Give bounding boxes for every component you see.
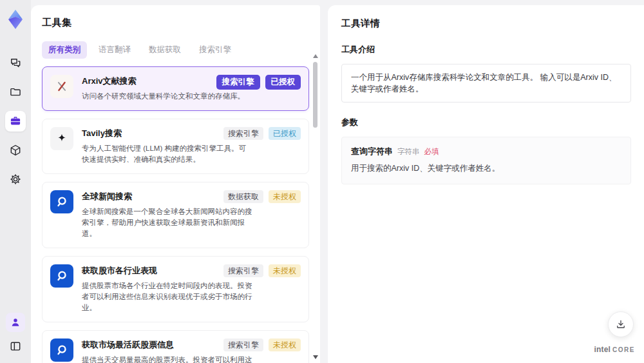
rail-nav xyxy=(5,53,26,190)
tool-card[interactable]: 获取市场最活跃股票信息 提供当天交易量最高的股票列表。投资者可以利用这些信息来识… xyxy=(42,330,309,363)
tab-category-1[interactable]: 语言翻译 xyxy=(92,41,137,59)
intro-text: 一个用于从Arxiv存储库搜索科学论文和文章的工具。 输入可以是Arxiv ID… xyxy=(341,64,631,103)
download-button[interactable] xyxy=(608,311,634,337)
stock-sector-logo-icon xyxy=(50,264,73,288)
page-title: 工具集 xyxy=(42,17,309,29)
scroll-down-icon[interactable] xyxy=(313,355,318,359)
category-badge: 搜索引擎 xyxy=(223,127,263,140)
tab-category-3[interactable]: 搜索引擎 xyxy=(193,41,238,59)
app-window: 工具集 所有类别语言翻译数据获取搜索引擎 Arxiv文献搜索 访问各个研究领域大… xyxy=(0,0,644,363)
tavily-star-icon xyxy=(50,127,73,150)
briefcase-icon[interactable] xyxy=(5,111,26,132)
intel-core-logo: intel CORE xyxy=(594,345,635,354)
detail-title: 工具详情 xyxy=(341,17,631,30)
params-heading: 参数 xyxy=(341,117,631,128)
panel-toggle-icon[interactable] xyxy=(5,336,26,357)
tool-description: 访问各个研究领域大量科学论文和文章的存储库。 xyxy=(82,91,245,102)
auth-status-badge: 未授权 xyxy=(269,190,301,203)
icon-rail xyxy=(0,0,31,363)
tool-card[interactable]: 获取股市各行业表现 提供股票市场各个行业在特定时间段内的表现。投资者可以利用这些… xyxy=(42,256,309,322)
category-badge: 搜索引擎 xyxy=(216,75,260,90)
tool-description: 专为人工智能代理 (LLM) 构建的搜索引擎工具。可快速提供实时、准确和真实的结… xyxy=(82,143,252,165)
tab-category-2[interactable]: 数据获取 xyxy=(142,41,187,59)
tool-card[interactable]: Arxiv文献搜索 访问各个研究领域大量科学论文和文章的存储库。 搜索引擎 已授… xyxy=(42,66,309,111)
auth-status-badge: 未授权 xyxy=(269,338,301,351)
tool-list: Arxiv文献搜索 访问各个研究领域大量科学论文和文章的存储库。 搜索引擎 已授… xyxy=(42,66,309,363)
category-badge: 搜索引擎 xyxy=(223,264,263,277)
app-logo-icon xyxy=(5,6,26,32)
tool-description: 全球新闻搜索是一个聚合全球各大新闻网站内容的搜索引擎，帮助用户快速获取全球最新资… xyxy=(82,206,252,239)
category-tabs: 所有类别语言翻译数据获取搜索引擎 xyxy=(42,41,309,59)
parameter-name: 查询字符串 xyxy=(351,146,393,157)
category-badge: 数据获取 xyxy=(223,190,263,203)
auth-status-badge: 已授权 xyxy=(269,127,301,140)
news-search-logo-icon xyxy=(50,190,73,213)
scrollbar-thumb[interactable] xyxy=(313,62,317,128)
tool-badges: 搜索引擎 已授权 xyxy=(223,127,301,140)
required-badge: 必填 xyxy=(424,147,439,157)
download-icon xyxy=(615,319,627,330)
arxiv-logo-icon xyxy=(50,75,73,98)
rail-bottom xyxy=(5,313,26,357)
brand-intel-text: intel xyxy=(594,345,611,354)
parameter-item: 查询字符串 字符串 必填 用于搜索的Arxiv ID、关键字或作者姓名。 xyxy=(341,137,631,184)
chat-icon[interactable] xyxy=(5,53,26,74)
tool-card[interactable]: Tavily搜索 专为人工智能代理 (LLM) 构建的搜索引擎工具。可快速提供实… xyxy=(42,119,309,174)
auth-status-badge: 已授权 xyxy=(265,75,301,90)
category-badge: 搜索引擎 xyxy=(223,338,263,351)
tool-badges: 搜索引擎 已授权 xyxy=(216,75,301,90)
tool-badges: 数据获取 未授权 xyxy=(223,190,301,203)
folder-icon[interactable] xyxy=(5,82,26,103)
tool-badges: 搜索引擎 未授权 xyxy=(223,264,301,277)
user-icon[interactable] xyxy=(6,313,25,332)
cube-icon[interactable] xyxy=(5,140,26,161)
parameter-description: 用于搜索的Arxiv ID、关键字或作者姓名。 xyxy=(351,163,621,174)
brand-core-text: CORE xyxy=(612,346,635,353)
parameter-header: 查询字符串 字符串 必填 xyxy=(351,146,621,157)
tool-card[interactable]: 全球新闻搜索 全球新闻搜索是一个聚合全球各大新闻网站内容的搜索引擎，帮助用户快速… xyxy=(42,182,309,248)
gear-icon[interactable] xyxy=(5,169,26,190)
tool-description: 提供股票市场各个行业在特定时间段内的表现。投资者可以利用这些信息来识别表现优于或… xyxy=(82,280,252,313)
tool-detail-panel: 工具详情 工具介绍 一个用于从Arxiv存储库搜索科学论文和文章的工具。 输入可… xyxy=(328,5,644,363)
list-scrollbar[interactable] xyxy=(312,53,318,360)
intro-heading: 工具介绍 xyxy=(341,44,631,55)
tool-list-panel: 工具集 所有类别语言翻译数据获取搜索引擎 Arxiv文献搜索 访问各个研究领域大… xyxy=(31,5,320,363)
tab-category-0[interactable]: 所有类别 xyxy=(42,41,87,59)
active-stocks-logo-icon xyxy=(50,338,73,362)
auth-status-badge: 未授权 xyxy=(269,264,301,277)
tool-badges: 搜索引擎 未授权 xyxy=(223,338,301,351)
tool-description: 提供当天交易量最高的股票列表。投资者可以利用这些信息来识别流动性强的股票和潜在的… xyxy=(82,355,252,363)
scroll-up-icon[interactable] xyxy=(313,54,318,58)
parameter-type: 字符串 xyxy=(397,147,420,157)
